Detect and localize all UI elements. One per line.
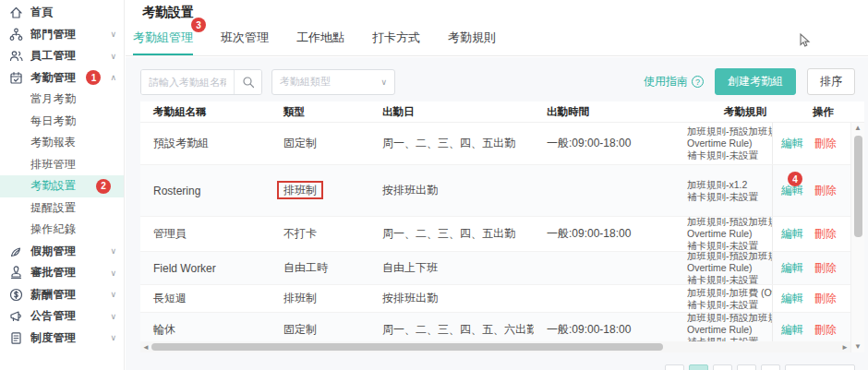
sidebar-item-label: 提醒設置 [30, 200, 116, 216]
annotation-badge-3: 3 [191, 18, 206, 32]
sidebar-item-policies[interactable]: 制度管理 ∨ [0, 328, 124, 350]
tab-shift-management[interactable]: 班次管理 [221, 21, 269, 55]
group-name: Field Worker [140, 262, 271, 275]
chevron-down-icon: ∨ [110, 333, 116, 342]
chevron-down-icon: ∨ [110, 246, 116, 256]
edit-link[interactable]: 編輯 [781, 322, 803, 338]
rule-line: 加班規則-預設加班規則( [687, 252, 772, 262]
sidebar-item-monthly-attendance[interactable]: 當月考勤 [0, 89, 124, 111]
scroll-down-icon[interactable]: ▼ [854, 341, 862, 352]
filter-placeholder: 考勤組類型 [280, 75, 331, 89]
sidebar-item-payroll[interactable]: 薪酬管理 ∨ [0, 284, 124, 306]
delete-link[interactable]: 刪除 [814, 291, 837, 306]
tab-bar: 考勤組管理 3 班次管理 工作地點 打卡方式 考勤規則 [126, 21, 868, 56]
pagination-page[interactable] [737, 364, 756, 370]
vertical-scrollbar-thumb[interactable] [854, 136, 862, 237]
scroll-left-icon[interactable]: ◄ [140, 343, 151, 352]
sort-button[interactable]: 排序 [807, 68, 855, 95]
sidebar-item-employees[interactable]: 員工管理 ∨ [0, 45, 124, 67]
col-type: 類型 [271, 105, 369, 119]
chevron-down-icon: ∨ [110, 30, 116, 39]
edit-link[interactable]: 編輯 [781, 226, 803, 242]
col-group-name: 考勤組名稱 [140, 105, 271, 119]
annotation-badge-1: 1 [86, 70, 101, 85]
salary-icon [9, 288, 23, 302]
sidebar-item-shift-scheduling[interactable]: 排班管理 [0, 154, 124, 176]
search-input[interactable] [141, 70, 234, 94]
sidebar-item-departments[interactable]: 部門管理 ∨ [0, 24, 124, 46]
sidebar: 首頁 部門管理 ∨ 員工管理 ∨ 考勤管理 1 ∧ 當月考勤 每日考勤 考勤報表… [0, 0, 125, 370]
sidebar-item-label: 部門管理 [30, 27, 106, 42]
rule-line: 加班規則-預設加班規則( [687, 217, 772, 228]
sidebar-item-operation-log[interactable]: 操作紀錄 [0, 219, 124, 241]
delete-link[interactable]: 刪除 [814, 136, 837, 151]
edit-link[interactable]: 編輯 [781, 291, 803, 306]
annotation-badge-4: 4 [788, 172, 802, 186]
sidebar-item-label: 每日考勤 [30, 113, 116, 129]
sidebar-item-label: 當月考勤 [30, 91, 116, 107]
delete-link[interactable]: 刪除 [814, 226, 837, 242]
rules-cell: 加班規則-x1.2 補卡規則-未設置 [674, 179, 772, 203]
toolbar: 考勤組類型 ∨ 使用指南 ? 創建考勤組 排序 [126, 57, 868, 95]
tab-attendance-groups[interactable]: 考勤組管理 3 [133, 21, 193, 55]
tab-label: 打卡方式 [372, 30, 420, 44]
vertical-scrollbar[interactable]: ▲ ▼ [850, 123, 864, 352]
question-circle-icon: ? [692, 76, 704, 88]
sidebar-item-attendance-report[interactable]: 考勤報表 [0, 132, 124, 154]
tab-attendance-rules[interactable]: 考勤規則 [448, 21, 496, 55]
sidebar-item-attendance[interactable]: 考勤管理 1 ∧ [0, 67, 124, 90]
tab-label: 工作地點 [296, 30, 344, 44]
scroll-right-icon[interactable]: ► [839, 343, 850, 352]
edit-link[interactable]: 編輯 [781, 260, 803, 276]
sidebar-item-label: 員工管理 [30, 48, 106, 64]
rule-line: Overtime Rule) [687, 324, 772, 336]
sidebar-item-label: 操作紀錄 [30, 221, 116, 237]
sidebar-item-attendance-settings[interactable]: 考勤設置 2 [0, 175, 124, 197]
table-row: 長短週 排班制 按排班出勤 加班規則-加班費 (Overt 補卡規則-未設置 編… [140, 285, 864, 313]
create-attendance-group-button[interactable]: 創建考勤組 [715, 68, 796, 95]
edit-link[interactable]: 編輯 [781, 136, 803, 151]
pagination-page-size-select[interactable] [785, 364, 855, 370]
col-work-hours: 出勤時間 [534, 105, 674, 119]
pagination-prev-button[interactable] [665, 364, 684, 370]
sidebar-item-home[interactable]: 首頁 [0, 2, 124, 24]
rule-line: 補卡規則-未設置 [687, 149, 772, 161]
horizontal-scrollbar-thumb[interactable] [151, 343, 663, 351]
sidebar-item-label: 制度管理 [30, 330, 106, 346]
work-days: 周一、二、三、四、五出勤 [369, 136, 534, 151]
rules-cell: 加班規則-加班費 (Overt 補卡規則-未設置 [674, 287, 772, 311]
sidebar-item-label: 排班管理 [30, 157, 116, 173]
horizontal-scrollbar[interactable]: ◄ ► [140, 341, 850, 352]
sidebar-item-label: 假期管理 [30, 244, 106, 259]
rule-line: Overtime Rule) [687, 262, 772, 274]
page-title: 考勤設置 [126, 0, 868, 21]
sidebar-item-approvals[interactable]: 審批管理 ∨ [0, 262, 124, 284]
scroll-up-icon[interactable]: ▲ [854, 123, 862, 134]
delete-link[interactable]: 刪除 [814, 183, 837, 198]
rule-line: Overtime Rule) [687, 137, 772, 149]
work-days: 自由上下班 [369, 260, 534, 276]
delete-link[interactable]: 刪除 [814, 322, 837, 338]
sidebar-item-announcements[interactable]: 公告管理 ∨ [0, 305, 124, 328]
tab-clock-in-methods[interactable]: 打卡方式 [372, 21, 420, 55]
search-icon[interactable] [234, 70, 261, 94]
sidebar-item-reminder-settings[interactable]: 提醒設置 [0, 197, 124, 220]
delete-link[interactable]: 刪除 [814, 260, 837, 276]
sidebar-item-daily-attendance[interactable]: 每日考勤 [0, 111, 124, 133]
group-type-filter[interactable]: 考勤組類型 ∨ [271, 69, 395, 95]
people-icon [9, 49, 23, 63]
work-hours: 一般:09:00-18:00 [534, 322, 674, 338]
sidebar-item-label: 考勤管理 [30, 70, 86, 86]
pagination-page-active[interactable] [689, 364, 708, 370]
pagination-page[interactable] [713, 364, 732, 370]
user-guide-link[interactable]: 使用指南 ? [644, 74, 704, 90]
rule-line: 加班規則-預設加班規則( [687, 125, 772, 137]
tab-work-locations[interactable]: 工作地點 [296, 21, 344, 55]
tab-label: 考勤規則 [448, 30, 496, 44]
rules-cell: 加班規則-預設加班規則( Overtime Rule) 補卡規則-未設置 [674, 252, 772, 285]
pagination-next-button[interactable] [761, 364, 780, 370]
group-type: 不打卡 [271, 226, 369, 242]
rule-line: 補卡規則-未設置 [687, 191, 772, 203]
sidebar-item-leave[interactable]: 假期管理 ∨ [0, 241, 124, 263]
org-icon [9, 28, 23, 42]
